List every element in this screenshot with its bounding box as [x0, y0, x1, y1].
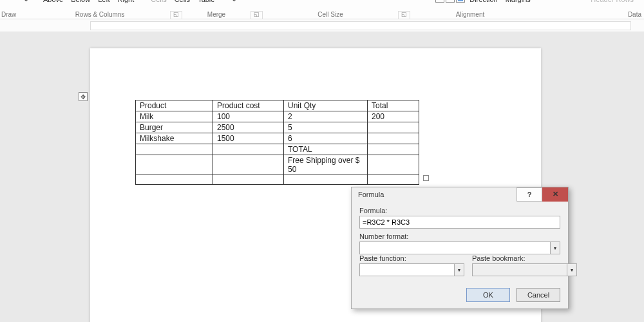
product-table[interactable]: Product Product cost Unit Qty Total Milk…	[135, 100, 419, 185]
paste-function-label: Paste function:	[359, 254, 464, 262]
col-header[interactable]: Product cost	[213, 100, 284, 111]
group-label-merge: Merge	[182, 11, 251, 19]
chevron-down-icon[interactable]: ▾	[550, 242, 560, 254]
dialog-launcher-icon[interactable]: ◱	[251, 11, 263, 19]
ruler-bar	[0, 19, 644, 32]
number-format-combo[interactable]: ▾	[359, 242, 560, 254]
chevron-down-icon: ▾	[567, 263, 577, 276]
col-header[interactable]: Total	[368, 100, 419, 111]
dialog-titlebar[interactable]: Formula ? ✕	[352, 187, 568, 202]
formula-dialog: Formula ? ✕ Formula: Number format: ▾ Pa…	[351, 187, 569, 309]
align-bottom-icon[interactable]	[456, 0, 465, 3]
merge-cells-button[interactable]: Cells	[147, 0, 170, 4]
table-row: Milkshake15006	[136, 133, 419, 144]
close-button[interactable]: ✕	[542, 187, 568, 202]
table-row: Milk1002200	[136, 111, 419, 122]
table-row: Burger25005	[136, 122, 419, 133]
group-label-draw: Draw	[0, 11, 30, 19]
group-label-cellsize: Cell Size	[263, 11, 398, 19]
text-direction-button[interactable]: Direction	[466, 0, 501, 4]
paste-function-input[interactable]	[359, 263, 454, 276]
formula-label: Formula:	[359, 207, 560, 214]
ribbon-group-labels: Draw Rows & Columns ◱ Merge ◱ Cell Size …	[0, 11, 644, 19]
paste-bookmark-input	[472, 263, 567, 276]
group-label-rows-cols: Rows & Columns	[30, 11, 170, 19]
number-format-input[interactable]	[359, 242, 550, 254]
align-middle-icon[interactable]	[446, 0, 455, 3]
split-table-button[interactable]: Table	[194, 0, 218, 4]
dialog-launcher-icon[interactable]: ◱	[170, 11, 182, 19]
paste-function-combo[interactable]: ▾	[359, 263, 464, 276]
formula-input[interactable]	[359, 216, 560, 229]
dropdown-caret[interactable]: ⌄	[227, 0, 241, 4]
number-format-label: Number format:	[359, 232, 560, 240]
align-top-icon[interactable]	[435, 0, 444, 3]
cell-margins-button[interactable]: Margins	[502, 0, 535, 4]
dialog-title: Formula	[352, 191, 516, 198]
table-resize-handle-icon[interactable]	[423, 175, 429, 181]
ribbon: ⌄ Above Below Left Right Cells Cells Tab…	[0, 0, 644, 19]
split-cells-button[interactable]: Cells	[171, 0, 194, 4]
horizontal-ruler[interactable]	[90, 21, 631, 30]
group-label-data: Data	[618, 11, 644, 19]
insert-below-button[interactable]: Below	[67, 0, 94, 4]
table-header-row: Product Product cost Unit Qty Total	[136, 100, 419, 111]
group-label-alignment: Alignment	[410, 11, 530, 19]
table-move-handle-icon[interactable]: ✥	[79, 92, 88, 101]
insert-right-button[interactable]: Right	[114, 0, 138, 4]
dialog-launcher-icon[interactable]: ◱	[398, 11, 410, 19]
ok-button[interactable]: OK	[466, 288, 510, 302]
insert-left-button[interactable]: Left	[94, 0, 113, 4]
dropdown-caret[interactable]: ⌄	[19, 0, 33, 4]
insert-above-button[interactable]: Above	[39, 0, 67, 4]
col-header[interactable]: Product	[136, 100, 213, 111]
paste-bookmark-combo: ▾	[472, 263, 577, 276]
chevron-down-icon[interactable]: ▾	[454, 263, 464, 276]
help-button[interactable]: ?	[516, 187, 542, 202]
table-row: Free Shipping over $ 50	[136, 155, 419, 175]
header-rows-button[interactable]: Header Rows	[587, 0, 638, 4]
paste-bookmark-label: Paste bookmark:	[472, 254, 577, 262]
cancel-button[interactable]: Cancel	[516, 288, 560, 302]
table-row: TOTAL	[136, 144, 419, 155]
col-header[interactable]: Unit Qty	[284, 100, 368, 111]
table-row	[136, 175, 419, 185]
